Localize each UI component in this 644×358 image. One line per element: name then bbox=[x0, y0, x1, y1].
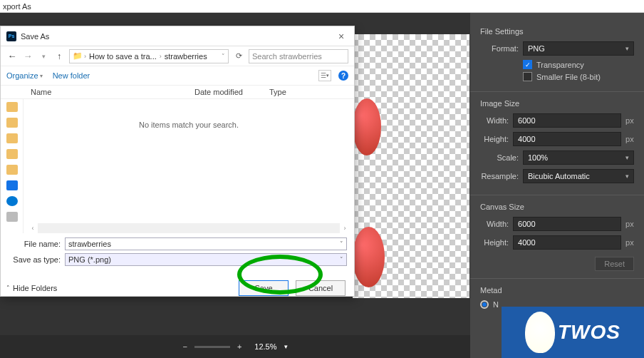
cancel-button[interactable]: Cancel bbox=[296, 280, 346, 296]
unit-label: px bbox=[625, 220, 634, 228]
resample-select[interactable]: Bicubic Automatic ▾ bbox=[523, 169, 634, 183]
thispc-icon[interactable] bbox=[6, 212, 18, 222]
section-title: Metad bbox=[480, 286, 634, 295]
column-header-date[interactable]: Date modified bbox=[194, 88, 269, 96]
file-name-label: File name: bbox=[8, 240, 65, 248]
chevron-down-icon: ▾ bbox=[40, 73, 43, 79]
export-as-window: xport As − + 12.5% ▾ File Settings Forma… bbox=[0, 0, 644, 358]
save-as-dialog: Ps Save As × ← → ▾ ↑ 📁 › How to save a t… bbox=[0, 26, 355, 297]
section-title: Image Size bbox=[480, 99, 634, 108]
file-list-area: No items match your search. ‹ › bbox=[24, 99, 354, 233]
photoshop-icon: Ps bbox=[6, 31, 16, 41]
dialog-body: No items match your search. ‹ › bbox=[1, 99, 354, 233]
history-chevron-icon[interactable]: ▾ bbox=[38, 53, 49, 60]
scale-label: Scale: bbox=[480, 153, 519, 162]
dialog-toolbar: Organize ▾ New folder ☰▾ ? bbox=[1, 66, 354, 85]
zoom-level: 12.5% bbox=[254, 342, 276, 351]
column-header-type[interactable]: Type bbox=[269, 88, 312, 96]
unit-label: px bbox=[625, 116, 634, 125]
onedrive-icon[interactable] bbox=[6, 196, 18, 206]
width-label: Width: bbox=[480, 220, 509, 228]
canvas-height-input[interactable] bbox=[513, 235, 621, 250]
format-select[interactable]: PNG ▾ bbox=[523, 41, 634, 56]
watermark-overlay: TWOS bbox=[502, 307, 644, 358]
app-title: xport As bbox=[3, 2, 31, 11]
save-type-label: Save as type: bbox=[8, 255, 65, 264]
folder-icon[interactable] bbox=[6, 133, 18, 143]
format-label: Format: bbox=[480, 44, 519, 53]
checkbox-icon bbox=[523, 72, 532, 81]
transparency-checkbox-row[interactable]: ✓ Transparency bbox=[523, 60, 634, 69]
search-input[interactable]: Search strawberries bbox=[249, 49, 348, 63]
zoom-slider-icon[interactable] bbox=[194, 346, 230, 348]
view-options-icon[interactable]: ☰▾ bbox=[318, 70, 331, 81]
empty-message: No items match your search. bbox=[24, 121, 354, 129]
search-placeholder: Search strawberries bbox=[252, 52, 322, 61]
close-icon[interactable]: × bbox=[334, 31, 348, 42]
folder-icon[interactable] bbox=[6, 165, 18, 175]
forward-arrow-icon[interactable]: → bbox=[22, 51, 33, 61]
back-arrow-icon[interactable]: ← bbox=[6, 51, 18, 61]
organize-button[interactable]: Organize ▾ bbox=[6, 71, 43, 80]
watermark-text: TWOS bbox=[558, 321, 620, 344]
section-title: File Settings bbox=[480, 27, 634, 36]
height-input[interactable] bbox=[513, 132, 621, 146]
folder-icon[interactable] bbox=[6, 118, 18, 128]
chevron-down-icon[interactable]: ˅ bbox=[340, 240, 343, 247]
image-preview-fragment bbox=[353, 98, 381, 155]
dialog-footer: ˄ Hide Folders Save Cancel bbox=[1, 273, 354, 296]
refresh-icon[interactable]: ⟳ bbox=[233, 51, 244, 61]
lightbulb-icon bbox=[525, 312, 555, 353]
width-label: Width: bbox=[480, 116, 509, 125]
chevron-down-icon[interactable]: ▾ bbox=[284, 343, 288, 350]
chevron-down-icon[interactable]: ˅ bbox=[340, 256, 343, 263]
save-type-select[interactable]: PNG (*.png) ˅ bbox=[65, 253, 347, 266]
breadcrumb-segment[interactable]: strawberries bbox=[163, 52, 209, 61]
width-input[interactable] bbox=[513, 113, 621, 128]
chevron-down-icon[interactable]: ˅ bbox=[222, 53, 225, 60]
folder-icon[interactable] bbox=[6, 102, 18, 112]
scroll-left-icon[interactable]: ‹ bbox=[28, 223, 38, 233]
new-folder-button[interactable]: New folder bbox=[53, 71, 90, 80]
scroll-right-icon[interactable]: › bbox=[340, 223, 350, 233]
breadcrumb-segment[interactable]: How to save a tra... bbox=[88, 52, 158, 61]
canvas-size-section: Canvas Size Width: px Height: px Reset bbox=[470, 195, 644, 278]
dialog-titlebar: Ps Save As × bbox=[1, 26, 354, 46]
column-header-name[interactable]: Name bbox=[31, 88, 194, 96]
folder-icon[interactable] bbox=[6, 149, 18, 159]
file-settings-section: File Settings Format: PNG ▾ ✓ Transparen… bbox=[470, 20, 644, 91]
column-headers: Name Date modified Type bbox=[1, 85, 354, 99]
chevron-down-icon: ▾ bbox=[625, 173, 629, 180]
reset-button[interactable]: Reset bbox=[595, 257, 634, 271]
save-button[interactable]: Save bbox=[239, 280, 289, 296]
up-arrow-icon[interactable]: ↑ bbox=[53, 51, 65, 61]
help-icon[interactable]: ? bbox=[338, 71, 348, 81]
height-label: Height: bbox=[480, 238, 509, 247]
canvas-width-input[interactable] bbox=[513, 217, 621, 231]
zoom-out-icon[interactable]: − bbox=[182, 342, 187, 351]
dialog-title: Save As bbox=[21, 32, 49, 41]
chevron-down-icon: ▾ bbox=[625, 45, 629, 52]
zoom-bar: − + 12.5% ▾ bbox=[0, 335, 470, 358]
dialog-fields: File name: strawberries ˅ Save as type: … bbox=[1, 233, 354, 273]
height-label: Height: bbox=[480, 135, 509, 143]
section-title: Canvas Size bbox=[480, 203, 634, 211]
smaller-file-checkbox-row[interactable]: Smaller File (8-bit) bbox=[523, 72, 634, 81]
scroll-track[interactable] bbox=[38, 223, 340, 233]
image-size-section: Image Size Width: px Height: px Scale: 1… bbox=[470, 91, 644, 195]
file-name-input[interactable]: strawberries ˅ bbox=[65, 237, 347, 250]
zoom-in-icon[interactable]: + bbox=[237, 342, 242, 351]
address-bar[interactable]: 📁 › How to save a tra... › strawberries … bbox=[69, 49, 229, 63]
hide-folders-button[interactable]: ˄ Hide Folders bbox=[6, 284, 57, 292]
folder-sidebar bbox=[1, 99, 24, 233]
scale-select[interactable]: 100% ▾ bbox=[523, 150, 634, 165]
unit-label: px bbox=[625, 135, 634, 143]
checkbox-checked-icon: ✓ bbox=[523, 60, 532, 69]
metadata-option-label: N bbox=[493, 300, 499, 309]
desktop-icon[interactable] bbox=[6, 180, 18, 190]
folder-icon: 📁 bbox=[73, 51, 83, 61]
horizontal-scrollbar[interactable]: ‹ › bbox=[28, 223, 350, 233]
radio-checked-icon bbox=[480, 300, 489, 309]
chevron-right-icon: › bbox=[160, 53, 162, 60]
image-preview-fragment bbox=[353, 227, 385, 287]
